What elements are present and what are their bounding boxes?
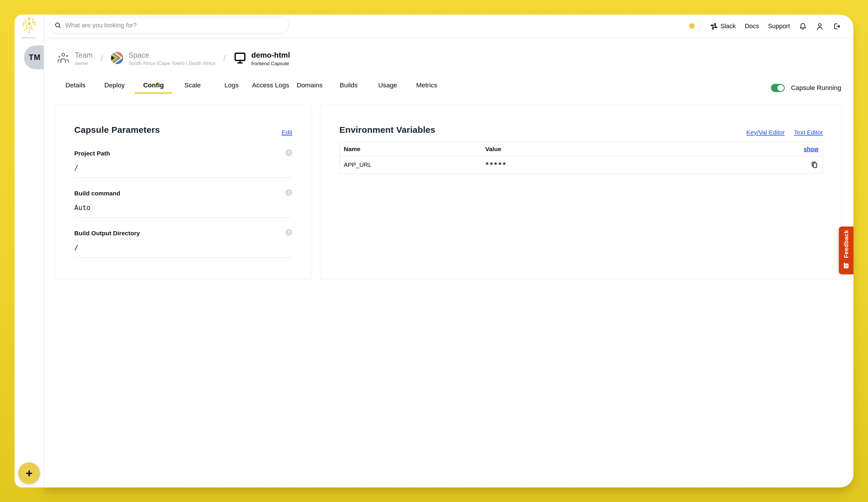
help-icon[interactable]: ?	[286, 229, 292, 236]
capsule-monitor-icon	[234, 52, 246, 65]
breadcrumb: Team owner /	[56, 47, 290, 70]
field-label: Project Path	[74, 150, 292, 157]
help-icon[interactable]: ?	[286, 149, 292, 156]
switch-knob	[777, 85, 784, 91]
field-value: Auto	[74, 204, 292, 211]
environment-variables-card: Environment Variables Key/Val Editor Tex…	[320, 104, 842, 279]
space-flag-icon	[111, 52, 124, 65]
help-icon[interactable]: ?	[286, 189, 292, 196]
sidebar: TM +	[14, 14, 44, 488]
env-table-row: APP_URL *****	[340, 156, 823, 173]
search-input[interactable]	[65, 22, 284, 29]
docs-link[interactable]: Docs	[745, 23, 759, 30]
capsule-running-toggle-row: Capsule Running	[771, 84, 841, 92]
feedback-smiley-icon	[843, 261, 850, 270]
capsule-type: frontend Capsule	[251, 61, 290, 67]
copy-icon[interactable]	[810, 161, 818, 169]
team-role: owner	[75, 61, 93, 66]
tab-usage[interactable]: Usage	[368, 79, 407, 94]
team-people-icon	[56, 51, 70, 66]
logout-icon[interactable]	[833, 22, 841, 30]
env-var-name: APP_URL	[340, 161, 485, 168]
tab-config[interactable]: Config	[134, 79, 173, 94]
name-header: Name	[340, 146, 485, 153]
capsule-tabs: Details Deploy Config Scale Logs Access …	[56, 79, 446, 94]
capsule-title: demo-html	[251, 51, 290, 60]
field-build-command: Build command ? Auto	[74, 178, 292, 218]
value-header: Value	[485, 146, 785, 153]
field-label: Build Output Directory	[74, 230, 292, 237]
search-icon	[54, 22, 61, 29]
tab-logs[interactable]: Logs	[212, 79, 251, 94]
tab-scale[interactable]: Scale	[173, 79, 212, 94]
breadcrumb-separator: /	[101, 54, 103, 63]
parameter-fields: Project Path ? / Build command ? Auto Bu…	[74, 150, 292, 258]
field-project-path: Project Path ? /	[74, 150, 292, 178]
space-title: Space	[128, 51, 215, 60]
tab-domains[interactable]: Domains	[290, 79, 329, 94]
team-title: Team	[75, 51, 93, 60]
slack-link[interactable]: Slack	[711, 23, 736, 30]
show-link[interactable]: show	[804, 146, 818, 153]
topbar: Slack Docs Support	[44, 14, 854, 38]
field-value: /	[74, 244, 292, 251]
slack-label: Slack	[720, 23, 736, 30]
main-panel: Slack Docs Support	[44, 14, 854, 488]
breadcrumb-space[interactable]: Space South Africa (Cape Town) | South A…	[111, 51, 215, 66]
env-vars-table: Name Value show APP_URL *****	[339, 142, 823, 174]
account-person-icon[interactable]	[816, 22, 824, 30]
topbar-actions: Slack Docs Support	[688, 14, 841, 38]
field-label: Build command	[74, 190, 292, 197]
slack-icon	[711, 23, 718, 30]
capsule-running-label: Capsule Running	[791, 84, 841, 92]
feedback-button[interactable]: Feedback	[839, 227, 854, 274]
add-button[interactable]: +	[18, 462, 40, 484]
theme-toggle[interactable]	[688, 22, 701, 30]
field-value: /	[74, 164, 292, 171]
capsule-running-switch[interactable]	[771, 84, 785, 92]
tab-builds[interactable]: Builds	[329, 79, 368, 94]
plus-icon: +	[25, 467, 32, 479]
breadcrumb-team[interactable]: Team owner	[56, 51, 93, 66]
breadcrumb-capsule[interactable]: demo-html frontend Capsule	[234, 51, 290, 67]
env-table-header: Name Value show	[340, 142, 823, 156]
field-build-output-directory: Build Output Directory ? /	[74, 218, 292, 258]
tab-metrics[interactable]: Metrics	[407, 79, 446, 94]
sidebar-divider	[22, 38, 35, 38]
capsule-parameters-title: Capsule Parameters	[74, 105, 292, 135]
theme-toggle-knob	[689, 23, 695, 29]
capsule-parameters-card: Capsule Parameters Edit Project Path ? /…	[55, 104, 311, 279]
keyval-editor-link[interactable]: Key/Val Editor	[746, 129, 785, 136]
space-region: South Africa (Cape Town) | South Africa	[128, 61, 215, 66]
support-link[interactable]: Support	[768, 23, 790, 30]
breadcrumb-separator: /	[223, 54, 226, 63]
tab-deploy[interactable]: Deploy	[95, 79, 134, 94]
team-avatar[interactable]: TM	[24, 45, 44, 69]
search-box[interactable]	[50, 17, 289, 34]
notifications-bell-icon[interactable]	[799, 22, 807, 30]
env-var-value: *****	[485, 161, 785, 168]
app-root: { "topbar": { "search_placeholder": "Wha…	[0, 0, 868, 502]
text-editor-link[interactable]: Text Editor	[794, 129, 823, 136]
tab-details[interactable]: Details	[56, 79, 95, 94]
tab-access-logs[interactable]: Access Logs	[251, 79, 290, 94]
edit-link[interactable]: Edit	[282, 129, 292, 136]
avatar-initials: TM	[29, 53, 41, 62]
feedback-label: Feedback	[843, 230, 850, 258]
app-logo-icon[interactable]	[22, 17, 37, 33]
